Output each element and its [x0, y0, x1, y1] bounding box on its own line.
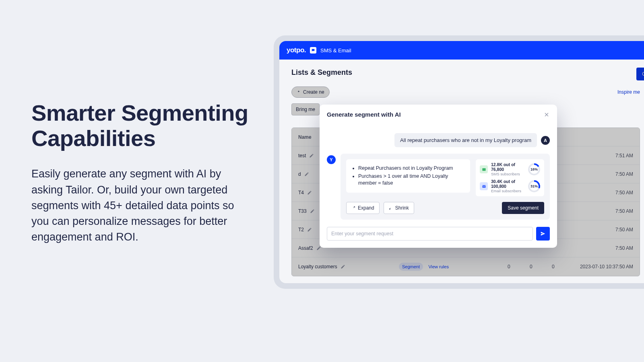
stat-main: 30.4K out of 100,800	[491, 179, 525, 189]
donut-pct: 31%	[530, 182, 539, 191]
expand-button[interactable]: Expand	[346, 202, 380, 214]
stat-sms: 12.8K out of 76,800 SMS subscribers 16%	[480, 162, 540, 176]
brand-dot: .	[304, 46, 306, 54]
bring-me-chip[interactable]: Bring me	[291, 103, 320, 115]
marketing-copy: Smarter Segmenting Capabilities Easily g…	[0, 0, 274, 362]
edit-icon[interactable]	[307, 227, 312, 232]
sparkle-icon	[297, 90, 301, 94]
close-icon[interactable]	[543, 111, 550, 118]
row-name: T2	[298, 227, 304, 232]
segment-prompt-input[interactable]	[327, 227, 533, 241]
modal-title: Generate segment with AI	[327, 111, 401, 118]
create-new-pill[interactable]: Create ne	[291, 86, 330, 98]
device-frame-area: yotpo. SMS & Email Cr Lists & Segments	[274, 0, 644, 362]
create-new-label: Create ne	[303, 89, 324, 95]
row-count: 0	[508, 264, 530, 269]
brand-subtitle: SMS & Email	[320, 47, 351, 53]
row-time: 7:50 AM	[576, 171, 633, 177]
donut-pct: 16%	[530, 165, 539, 174]
expand-label: Expand	[358, 205, 374, 211]
chat-icon	[310, 47, 316, 53]
edit-icon[interactable]	[309, 153, 314, 158]
row-name: T4	[298, 190, 304, 195]
create-button-label: Cr	[642, 71, 644, 77]
row-time: 7:50 AM	[576, 190, 633, 195]
row-time: 7:51 AM	[576, 153, 633, 158]
stat-sub: Email subscribers	[491, 189, 525, 193]
bot-card: Repeat Purchasers not in Loyalty Program…	[341, 154, 550, 220]
save-segment-button[interactable]: Save segment	[502, 202, 544, 214]
shrink-label: Shrink	[395, 205, 409, 211]
save-label: Save segment	[508, 205, 539, 211]
edit-icon[interactable]	[307, 190, 312, 195]
device-frame: yotpo. SMS & Email Cr Lists & Segments	[274, 35, 644, 289]
app-screen: yotpo. SMS & Email Cr Lists & Segments	[279, 41, 644, 283]
row-time: 7:50 AM	[576, 245, 633, 251]
row-count: 0	[530, 264, 552, 269]
ai-segment-modal: Generate segment with AI All repeat purc…	[320, 105, 557, 248]
sms-donut: 16%	[528, 163, 540, 175]
row-time: 2023-07-10 10:37:50 AM	[576, 264, 633, 269]
bot-message-row: Y Repeat Purchasers not in Loyalty Progr…	[327, 154, 550, 220]
row-time: 7:50 AM	[576, 208, 633, 214]
stat-main: 12.8K out of 76,800	[491, 162, 525, 172]
row-time: 7:50 AM	[576, 227, 633, 232]
expand-icon	[351, 206, 355, 210]
sms-icon	[480, 165, 488, 173]
svg-rect-0	[482, 168, 485, 171]
email-icon	[480, 182, 488, 190]
brand-logo: yotpo.	[287, 46, 306, 54]
shrink-icon	[389, 206, 393, 210]
row-name: Loyalty customers	[298, 264, 337, 269]
hero-title-line2: Capabilities	[31, 125, 155, 151]
edit-icon[interactable]	[310, 209, 315, 214]
stat-email: 30.4K out of 100,800 Email subscribers 3…	[480, 179, 540, 193]
app-header: yotpo. SMS & Email	[279, 41, 644, 60]
stat-sub: SMS subscribers	[491, 172, 525, 176]
svg-rect-1	[482, 185, 485, 187]
inspire-me-link[interactable]: Inspire me	[617, 89, 640, 95]
rule-item: Repeat Purchasers not in Loyalty Program	[358, 165, 464, 172]
view-rules-link[interactable]: View rules	[428, 264, 449, 269]
edit-icon[interactable]	[341, 264, 345, 269]
shrink-button[interactable]: Shrink	[384, 202, 414, 214]
email-donut: 31%	[528, 180, 540, 192]
row-name: Assaf2	[298, 245, 313, 251]
table-row[interactable]: Loyalty customers Segment View rules 0 0…	[292, 257, 640, 276]
bot-avatar: Y	[327, 155, 336, 164]
row-name: T33	[298, 208, 307, 214]
user-avatar: A	[541, 136, 550, 145]
user-message: All repeat purchasers who are not in my …	[394, 133, 537, 147]
send-icon	[540, 231, 546, 237]
create-button[interactable]: Cr	[636, 68, 644, 80]
brand-word: yotpo	[287, 46, 304, 54]
segment-badge: Segment	[399, 263, 423, 271]
edit-icon[interactable]	[304, 172, 309, 177]
hero-title: Smarter Segmenting Capabilities	[31, 101, 258, 151]
segment-stats: 12.8K out of 76,800 SMS subscribers 16%	[476, 159, 544, 196]
row-name: test	[298, 153, 306, 158]
send-button[interactable]	[536, 227, 550, 241]
user-message-row: All repeat purchasers who are not in my …	[327, 133, 550, 147]
row-count: 0	[552, 264, 576, 269]
hero-title-line1: Smarter Segmenting	[31, 100, 248, 125]
hero-body: Easily generate any segment with AI by a…	[31, 166, 249, 245]
page-title: Lists & Segments	[279, 60, 644, 77]
bot-rules: Repeat Purchasers not in Loyalty Program…	[346, 159, 470, 193]
rule-item: Purchases > 1 over all time AND Loyalty …	[358, 173, 464, 187]
row-name: d	[298, 171, 301, 177]
